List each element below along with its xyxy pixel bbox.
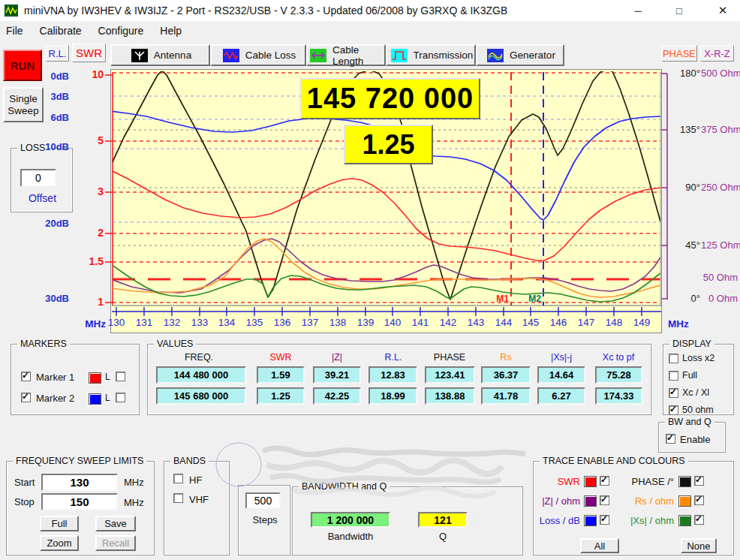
full-button[interactable]: Full [40, 516, 79, 531]
marker2-l-checkbox[interactable] [116, 393, 125, 402]
ohm-scale-label: 125 Ohm [701, 239, 738, 251]
swr-indicator[interactable]: SWR [72, 44, 106, 62]
x-tick-label: 137 [298, 317, 322, 328]
mhz-label-left: MHz [76, 318, 106, 330]
menu-help[interactable]: Help [160, 25, 182, 37]
values-cell-r1-c8: 75.28 [595, 366, 642, 384]
trace-label-1: PHASE /° [612, 476, 674, 487]
values-header-1: SWR [253, 352, 308, 363]
none-traces-button[interactable]: None [681, 538, 717, 553]
values-header-0: FREQ. [171, 352, 227, 363]
bwq-enable-checkbox[interactable] [666, 434, 675, 444]
menu-configure[interactable]: Configure [98, 25, 144, 37]
trace-enable-checkbox-5[interactable] [694, 515, 704, 525]
x-tick-label: 141 [408, 317, 432, 328]
trace-label-5: |Xs| / ohm [612, 515, 674, 526]
display-loss-x2-checkbox[interactable] [669, 354, 678, 363]
stop-frequency-field[interactable]: 150 [41, 493, 118, 510]
db-scale-label: 10dB [30, 141, 69, 152]
db-scale-label: 3dB [30, 91, 69, 102]
display-xc-xl-checkbox[interactable] [669, 388, 678, 398]
values-cell-r1-c6: 36.37 [481, 366, 531, 384]
marker1-l-checkbox[interactable] [116, 372, 125, 381]
menu-calibrate[interactable]: Calibrate [40, 25, 82, 37]
trace-color-swatch-1[interactable] [678, 476, 691, 487]
transmission-icon [391, 49, 408, 62]
values-header-3: R.L. [365, 352, 421, 363]
tab-antenna[interactable]: Antenna [110, 44, 210, 66]
trace-color-swatch-3[interactable] [678, 495, 691, 507]
display-item-label: 50 ohm [682, 405, 714, 415]
markers-group-title: MARKERS [17, 339, 70, 349]
tab-transmission[interactable]: Transmission [386, 44, 476, 66]
q-label: Q [418, 531, 468, 542]
bandwidth-group-title: BANDWIDTH and Q [299, 481, 390, 492]
trace-enable-checkbox-4[interactable] [600, 515, 609, 525]
values-cell-r2-c3: 42.25 [313, 387, 361, 405]
swr-scale-label: 5 [78, 134, 104, 146]
trace-color-swatch-4[interactable] [584, 515, 597, 526]
trace-group-title: TRACE ENABLE AND COLOURS [540, 456, 688, 466]
cable-length-icon [310, 49, 326, 62]
marker1-l-label: L [105, 372, 110, 382]
maximize-button[interactable]: □ [662, 0, 696, 21]
values-cell-r1-c1: 144 480 000 [156, 366, 246, 384]
loss-group: LOSS 0 Offset [11, 148, 73, 212]
x-tick-label: 145 [519, 317, 543, 328]
ohm-scale-label: 500 Ohm [701, 68, 738, 79]
marker2-enable-checkbox[interactable] [21, 393, 31, 402]
trace-enable-checkbox-0[interactable] [600, 476, 609, 486]
values-cell-r1-c4: 12.83 [368, 366, 417, 384]
trace-color-swatch-2[interactable] [584, 495, 597, 507]
swr-scale-label: 1.5 [78, 255, 104, 267]
xrz-indicator[interactable]: X-R-Z [700, 45, 734, 62]
phase-scale-label: 90° [670, 182, 700, 193]
start-frequency-field[interactable]: 130 [41, 474, 118, 491]
phase-scale-label: 45° [670, 239, 700, 251]
band-hf-checkbox[interactable] [173, 474, 183, 483]
loss-offset-field[interactable]: 0 [20, 169, 56, 187]
bandwidth-value: 1 200 000 [311, 512, 390, 528]
trace-enable-checkbox-3[interactable] [694, 495, 704, 505]
display-full-checkbox[interactable] [669, 371, 678, 381]
menu-file[interactable]: File [6, 25, 23, 37]
display-item-label: Xc / Xl [682, 387, 709, 398]
x-tick-label: 134 [215, 317, 239, 328]
steps-field[interactable]: 500 [245, 492, 281, 509]
x-tick-label: 136 [270, 317, 294, 328]
close-button[interactable]: ✕ [705, 0, 740, 21]
marker2-color-swatch[interactable] [89, 393, 101, 405]
bwq-group-title: BW and Q [665, 417, 714, 427]
loss-offset-link[interactable]: Offset [11, 192, 74, 204]
tab-label: Cable Loss [245, 50, 296, 61]
values-cell-r2-c8: 174.33 [595, 387, 642, 405]
display-item-label: Full [682, 370, 697, 381]
trace-enable-checkbox-2[interactable] [600, 495, 609, 505]
trace-enable-checkbox-1[interactable] [694, 476, 704, 486]
trace-color-swatch-5[interactable] [678, 515, 691, 526]
trace-color-swatch-0[interactable] [584, 476, 597, 487]
display-50-ohm-checkbox[interactable] [669, 405, 678, 415]
zoom-button[interactable]: Zoom [40, 535, 79, 551]
marker1-color-swatch[interactable] [89, 372, 101, 384]
marker2-l-label: L [105, 393, 110, 403]
db-scale-label: 20dB [30, 218, 69, 229]
tab-label: Cable Length [332, 44, 384, 67]
rl-indicator[interactable]: R.L. [46, 45, 69, 62]
tab-generator[interactable]: Generator [476, 44, 564, 66]
values-group-title: VALUES [154, 339, 196, 349]
values-cell-r1-c2: 1.59 [257, 366, 305, 384]
all-traces-button[interactable]: All [580, 538, 619, 553]
tab-cable-loss[interactable]: Cable Loss [210, 44, 306, 66]
tab-cable-length[interactable]: Cable Length [306, 44, 386, 66]
trace-label-3: Rs / ohm [612, 495, 674, 507]
phase-indicator[interactable]: PHASE [661, 45, 697, 62]
save-button[interactable]: Save [95, 516, 136, 531]
mhz-label-right: MHz [668, 318, 698, 330]
marker2-label: Marker 2 [36, 393, 74, 404]
marker1-enable-checkbox[interactable] [21, 372, 31, 381]
values-group: VALUES FREQ.SWR|Z|R.L.PHASERs|Xs|-jXc to… [147, 344, 651, 415]
recall-button[interactable]: Recall [95, 535, 136, 551]
band-vhf-checkbox[interactable] [173, 493, 183, 503]
minimize-button[interactable]: ─ [621, 0, 655, 21]
